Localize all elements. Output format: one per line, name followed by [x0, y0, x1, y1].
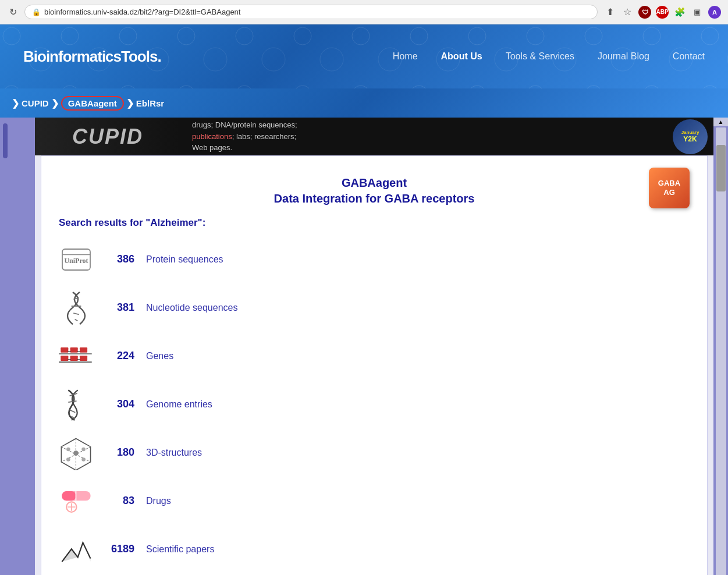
genome-icon — [59, 388, 94, 420]
3d-icon — [59, 436, 94, 468]
result-row-nucleotide: 381 Nucleotide sequences — [59, 292, 690, 329]
nav-tools[interactable]: Tools & Services — [506, 51, 574, 62]
puzzle-icon[interactable]: 🧩 — [673, 6, 686, 19]
banner-desc-1: drugs; DNA/protein sequences; — [192, 120, 297, 129]
result-row-genome: 304 Genome entries — [59, 388, 690, 426]
top-banner: CUPID drugs; DNA/protein sequences; publ… — [35, 118, 713, 155]
url-text: bioinformatics.univ-saida.dz/bit2/?arg=D… — [44, 8, 240, 16]
protein-icon: UniProt — [59, 243, 94, 275]
svg-line-20 — [68, 401, 76, 402]
nav-journal[interactable]: Journal Blog — [598, 51, 649, 62]
nucleotide-label[interactable]: Nucleotide sequences — [146, 303, 237, 313]
share-icon[interactable]: ⬆ — [603, 6, 616, 19]
svg-point-27 — [73, 450, 79, 456]
svg-line-21 — [70, 410, 76, 412]
result-row-3d: 180 3D-structures — [59, 436, 690, 474]
site-logo: BioinformaticsTools. — [23, 48, 161, 66]
genes-icon — [59, 340, 94, 372]
breadcrumb-eblrsr[interactable]: EblRsr — [136, 98, 164, 108]
breadcrumb-chevron-1: ❯ — [12, 98, 19, 109]
papers-count: 6189 — [105, 543, 134, 555]
genome-label[interactable]: Genome entries — [146, 399, 212, 410]
drugs-label[interactable]: Drugs — [146, 496, 171, 506]
banner-desc-3: Web pages. — [192, 143, 232, 152]
nucleotide-icon — [59, 292, 94, 324]
banner-desc-2: ; labs; researchers; — [232, 132, 297, 141]
drugs-count: 83 — [105, 495, 134, 507]
content-area: CUPID drugs; DNA/protein sequences; publ… — [35, 118, 713, 575]
result-row-genes: 224 Genes — [59, 340, 690, 378]
drugs-icon — [59, 485, 94, 517]
star-icon[interactable]: ☆ — [621, 6, 634, 19]
browser-actions: ⬆ ☆ 🛡 ABP 🧩 ▣ A — [603, 6, 721, 19]
lock-icon: 🔒 — [32, 8, 41, 16]
svg-rect-8 — [70, 347, 78, 353]
user-avatar[interactable]: A — [708, 6, 721, 19]
svg-rect-33 — [62, 491, 76, 501]
nav-contact[interactable]: Contact — [673, 51, 705, 62]
svg-rect-11 — [70, 356, 78, 361]
genome-count: 304 — [105, 398, 134, 410]
banner-text-area: drugs; DNA/protein sequences; publicatio… — [180, 118, 667, 155]
scrollbar-thumb[interactable] — [716, 145, 726, 191]
site-nav: Home About Us Tools & Services Journal B… — [393, 51, 705, 62]
banner-circle-inner: January Y2K — [673, 119, 708, 154]
right-sidebar: ▲ ▼ — [713, 118, 728, 575]
svg-rect-7 — [61, 347, 68, 353]
left-sidebar-accent — [3, 123, 8, 158]
content-panel: GABA AG GABAagent Data Integration for G… — [41, 155, 708, 575]
svg-point-28 — [66, 447, 70, 451]
nav-about[interactable]: About Us — [441, 51, 482, 62]
main-wrapper: CUPID drugs; DNA/protein sequences; publ… — [0, 118, 728, 575]
svg-line-5 — [73, 313, 79, 314]
panel-title: GABAagent — [59, 173, 690, 192]
genes-count: 224 — [105, 350, 134, 362]
svg-point-29 — [81, 447, 86, 451]
reload-button[interactable]: ↻ — [7, 6, 19, 17]
gaba-logo-line2: AG — [663, 188, 675, 197]
protein-count: 386 — [105, 253, 134, 265]
banner-y2k: Y2K — [683, 135, 697, 143]
abp-icon[interactable]: ABP — [656, 6, 669, 19]
window-icon[interactable]: ▣ — [691, 6, 704, 19]
scrollbar-up[interactable]: ▲ — [713, 118, 728, 126]
search-results-heading: Search results for "Alzheimer": — [59, 217, 690, 229]
gaba-logo-line1: GABA — [658, 179, 680, 188]
protein-label[interactable]: Protein sequences — [146, 254, 223, 265]
breadcrumb-chevron-3: ❯ — [126, 98, 134, 109]
banner-logo-area: CUPID — [35, 118, 180, 155]
svg-point-31 — [81, 457, 86, 462]
result-row-protein: UniProt 386 Protein sequences — [59, 243, 690, 281]
3d-label[interactable]: 3D-structures — [146, 448, 202, 458]
banner-highlight: publications — [192, 132, 232, 141]
browser-chrome: ↻ 🔒 bioinformatics.univ-saida.dz/bit2/?a… — [0, 0, 728, 24]
panel-subtitle: Data Integration for GABA receptors — [59, 192, 690, 205]
result-row-papers: 6189 Scientific papers — [59, 533, 690, 571]
svg-text:UniProt: UniProt — [64, 257, 88, 265]
breadcrumb-bar: ❯ CUPID ❯ GABAagent ❯ EblRsr — [0, 88, 728, 118]
breadcrumb-gabaagent[interactable]: GABAagent — [61, 96, 124, 111]
breadcrumb-chevron-2: ❯ — [51, 98, 59, 109]
nucleotide-count: 381 — [105, 301, 134, 314]
svg-rect-12 — [80, 356, 87, 361]
genes-label[interactable]: Genes — [146, 351, 173, 361]
svg-rect-10 — [61, 356, 68, 361]
banner-circle: January Y2K — [667, 118, 713, 155]
papers-icon — [59, 533, 94, 565]
left-sidebar — [0, 118, 35, 575]
results-list: UniProt 386 Protein sequences — [59, 243, 690, 571]
svg-rect-9 — [80, 347, 87, 353]
site-header: BioinformaticsTools. Home About Us Tools… — [0, 24, 728, 88]
breadcrumb-cupid[interactable]: CUPID — [22, 98, 49, 108]
result-row-drugs: 83 Drugs — [59, 485, 690, 523]
gaba-logo: GABA AG — [649, 168, 690, 208]
shield-icon[interactable]: 🛡 — [638, 6, 651, 19]
nav-home[interactable]: Home — [393, 51, 418, 62]
papers-label[interactable]: Scientific papers — [146, 544, 214, 555]
3d-count: 180 — [105, 446, 134, 459]
banner-jan: January — [681, 130, 699, 136]
url-bar[interactable]: 🔒 bioinformatics.univ-saida.dz/bit2/?arg… — [24, 5, 598, 19]
svg-line-6 — [75, 319, 78, 320]
svg-point-30 — [66, 457, 70, 462]
scrollbar-track[interactable] — [716, 127, 726, 575]
